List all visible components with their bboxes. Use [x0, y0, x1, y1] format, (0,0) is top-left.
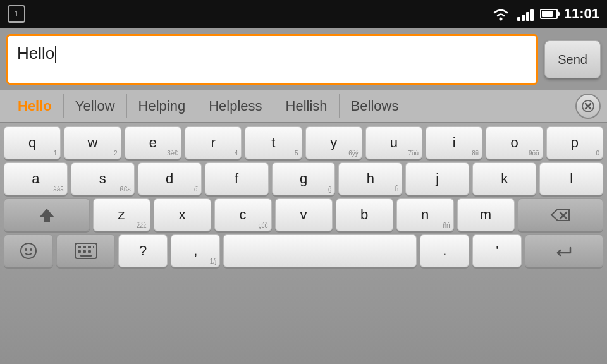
key-e[interactable]: e3è€ [125, 126, 181, 159]
key-t[interactable]: t5 [245, 126, 302, 159]
key-s[interactable]: sßßs [71, 162, 135, 195]
key-y[interactable]: y6ÿý [305, 126, 362, 159]
suggestion-helpless[interactable]: Helpless [197, 94, 274, 118]
key-z[interactable]: zžźż [93, 198, 150, 231]
shift-icon [38, 206, 56, 224]
svg-marker-4 [39, 209, 54, 222]
key-comma[interactable]: ,1/j [171, 234, 220, 267]
signal-icon [517, 7, 534, 21]
key-c[interactable]: cçćč [214, 198, 272, 231]
key-j[interactable]: j [405, 162, 469, 195]
send-button[interactable]: Send [544, 40, 601, 78]
key-r[interactable]: r4 [185, 126, 242, 159]
close-icon [582, 100, 594, 112]
wifi-icon [491, 6, 511, 21]
key-space[interactable] [223, 234, 417, 267]
key-l[interactable]: l [539, 162, 603, 195]
key-b[interactable]: b [336, 198, 393, 231]
key-p[interactable]: p0 [546, 126, 603, 159]
svg-rect-17 [88, 250, 91, 253]
keyboard-switch-key[interactable] [56, 234, 115, 267]
key-row-2: aàáã sßßs dđ f gĝ hĥ j k l [4, 162, 603, 195]
suggestion-bellows[interactable]: Bellows [340, 94, 410, 118]
key-h[interactable]: hĥ [338, 162, 402, 195]
status-bar-left: 1 [8, 5, 25, 23]
status-bar: 1 11:01 [0, 0, 607, 28]
backspace-key[interactable] [518, 198, 604, 231]
key-period[interactable]: . [420, 234, 469, 267]
text-cursor [55, 46, 56, 63]
status-time: 11:01 [564, 6, 599, 22]
key-n[interactable]: nñń [396, 198, 454, 231]
svg-rect-16 [83, 250, 86, 253]
svg-rect-18 [80, 255, 92, 257]
key-g[interactable]: gĝ [272, 162, 336, 195]
text-content: Hello [17, 44, 54, 63]
suggestions-bar: Hello Yellow Helping Helpless Hellish Be… [0, 90, 607, 123]
svg-rect-11 [78, 246, 81, 248]
key-row-4: ... ? ,1/j . ' [4, 234, 603, 267]
keyboard-icon [75, 243, 97, 259]
suggestion-hello[interactable]: Hello [6, 94, 64, 118]
notification-icon: 1 [8, 5, 25, 23]
key-i[interactable]: i8íì [426, 126, 482, 159]
emoji-key[interactable]: ... [4, 234, 53, 267]
key-apostrophe[interactable]: ' [472, 234, 522, 267]
key-question[interactable]: ? [118, 234, 168, 267]
battery-icon [540, 9, 558, 19]
main-area: Hello Send Hello Yellow Helping Helpless… [0, 28, 607, 364]
svg-rect-15 [78, 250, 81, 253]
key-f[interactable]: f [205, 162, 269, 195]
key-m[interactable]: m [457, 198, 515, 231]
suggestion-helping[interactable]: Helping [127, 94, 198, 118]
key-row-3: zžźż x cçćč v b nñń m [4, 198, 603, 231]
suggestion-hellish[interactable]: Hellish [274, 94, 340, 118]
input-row: Hello Send [0, 28, 607, 90]
enter-icon [554, 244, 574, 258]
key-k[interactable]: k [472, 162, 536, 195]
suggestion-close-button[interactable] [575, 94, 601, 119]
key-q[interactable]: q1 [4, 126, 61, 159]
status-bar-right: 11:01 [491, 6, 599, 22]
key-x[interactable]: x [154, 198, 211, 231]
backspace-icon [550, 208, 570, 222]
svg-point-0 [499, 18, 502, 21]
suggestion-yellow[interactable]: Yellow [64, 94, 127, 118]
svg-point-7 [21, 243, 36, 258]
enter-key[interactable]: ... [525, 234, 603, 267]
key-a[interactable]: aàáã [4, 162, 68, 195]
svg-rect-13 [88, 246, 91, 248]
key-v[interactable]: v [275, 198, 333, 231]
key-row-1: q1 w2 e3è€ r4 t5 y6ÿý u7üù i8íì o9öõ p0 [4, 126, 603, 159]
text-input-box[interactable]: Hello [6, 34, 538, 85]
key-o[interactable]: o9öõ [486, 126, 543, 159]
svg-rect-12 [83, 246, 86, 248]
emoji-icon [20, 242, 37, 260]
key-u[interactable]: u7üù [365, 126, 422, 159]
svg-point-8 [25, 248, 27, 251]
shift-key[interactable] [4, 198, 90, 231]
svg-point-9 [30, 248, 32, 251]
key-d[interactable]: dđ [138, 162, 202, 195]
key-w[interactable]: w2 [64, 126, 121, 159]
keyboard: q1 w2 e3è€ r4 t5 y6ÿý u7üù i8íì o9öõ p0 … [0, 123, 607, 364]
svg-rect-14 [93, 246, 94, 248]
